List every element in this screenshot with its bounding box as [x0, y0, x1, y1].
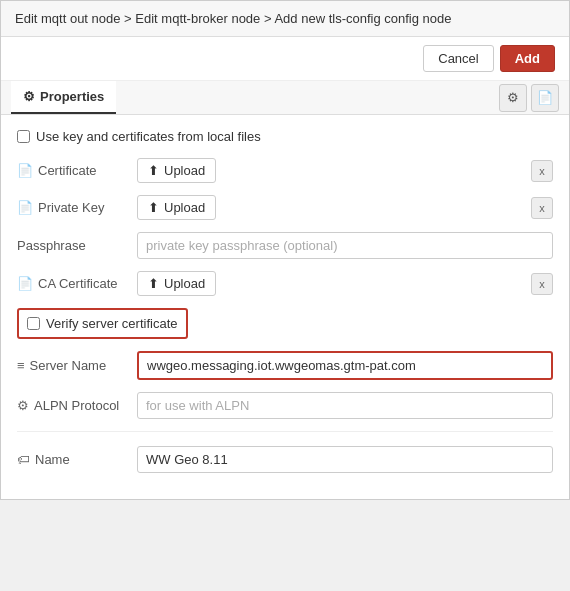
ca-upload-icon: ⬆: [148, 276, 159, 291]
private-key-upload-control: ⬆ Upload x: [137, 195, 553, 220]
alpn-protocol-control: [137, 392, 553, 419]
private-key-clear-button[interactable]: x: [531, 197, 553, 219]
certificate-upload-button[interactable]: ⬆ Upload: [137, 158, 216, 183]
gear-icon: ⚙: [23, 89, 35, 104]
breadcrumb-text: Edit mqtt out node > Edit mqtt-broker no…: [15, 11, 451, 26]
form-body: Use key and certificates from local file…: [1, 115, 569, 499]
verify-server-checkbox[interactable]: [27, 317, 40, 330]
ca-certificate-label: 📄 CA Certificate: [17, 276, 137, 291]
private-key-row: 📄 Private Key ⬆ Upload x: [17, 195, 553, 220]
server-name-control: [137, 351, 553, 380]
dialog: Edit mqtt out node > Edit mqtt-broker no…: [0, 0, 570, 500]
tabs-bar: ⚙ Properties ⚙ 📄: [1, 81, 569, 115]
private-key-icon: 📄: [17, 200, 33, 215]
alpn-protocol-label: ⚙ ALPN Protocol: [17, 398, 137, 413]
ca-certificate-upload-control: ⬆ Upload x: [137, 271, 553, 296]
ca-certificate-row: 📄 CA Certificate ⬆ Upload x: [17, 271, 553, 296]
alpn-icon: ⚙: [17, 398, 29, 413]
breadcrumb: Edit mqtt out node > Edit mqtt-broker no…: [1, 1, 569, 37]
private-key-upload-button[interactable]: ⬆ Upload: [137, 195, 216, 220]
ca-certificate-clear-button[interactable]: x: [531, 273, 553, 295]
tab-properties[interactable]: ⚙ Properties: [11, 81, 116, 114]
certificate-icon: 📄: [17, 163, 33, 178]
certificate-clear-button[interactable]: x: [531, 160, 553, 182]
certificate-row: 📄 Certificate ⬆ Upload x: [17, 158, 553, 183]
settings-icon-btn[interactable]: ⚙: [499, 84, 527, 112]
passphrase-input[interactable]: [137, 232, 553, 259]
server-name-label: ≡ Server Name: [17, 358, 137, 373]
verify-server-text: Verify server certificate: [46, 316, 178, 331]
upload-icon: ⬆: [148, 163, 159, 178]
doc-icon-btn[interactable]: 📄: [531, 84, 559, 112]
name-label: 🏷 Name: [17, 452, 137, 467]
doc-icon: 📄: [537, 90, 553, 105]
settings-icon: ⚙: [507, 90, 519, 105]
ca-certificate-upload-button[interactable]: ⬆ Upload: [137, 271, 216, 296]
name-control: [137, 446, 553, 473]
dialog-toolbar: Cancel Add: [1, 37, 569, 81]
verify-server-label[interactable]: Verify server certificate: [27, 316, 178, 331]
server-name-icon: ≡: [17, 358, 25, 373]
name-input[interactable]: [137, 446, 553, 473]
name-row: 🏷 Name: [17, 446, 553, 473]
add-button[interactable]: Add: [500, 45, 555, 72]
use-local-files-text: Use key and certificates from local file…: [36, 129, 261, 144]
name-icon: 🏷: [17, 452, 30, 467]
ca-certificate-icon: 📄: [17, 276, 33, 291]
use-local-files-label[interactable]: Use key and certificates from local file…: [17, 129, 261, 144]
passphrase-row: Passphrase: [17, 232, 553, 259]
certificate-label: 📄 Certificate: [17, 163, 137, 178]
use-local-files-row: Use key and certificates from local file…: [17, 129, 553, 144]
private-key-label: 📄 Private Key: [17, 200, 137, 215]
alpn-protocol-input[interactable]: [137, 392, 553, 419]
alpn-protocol-row: ⚙ ALPN Protocol: [17, 392, 553, 419]
server-name-input[interactable]: [137, 351, 553, 380]
passphrase-label: Passphrase: [17, 238, 137, 253]
passphrase-control: [137, 232, 553, 259]
divider: [17, 431, 553, 432]
tab-properties-label: Properties: [40, 89, 104, 104]
cancel-button[interactable]: Cancel: [423, 45, 493, 72]
upload-arrow-icon: ⬆: [148, 200, 159, 215]
tab-icons: ⚙ 📄: [499, 84, 559, 112]
use-local-files-checkbox[interactable]: [17, 130, 30, 143]
server-name-row: ≡ Server Name: [17, 351, 553, 380]
certificate-upload-control: ⬆ Upload x: [137, 158, 553, 183]
verify-server-row: Verify server certificate: [17, 308, 188, 339]
